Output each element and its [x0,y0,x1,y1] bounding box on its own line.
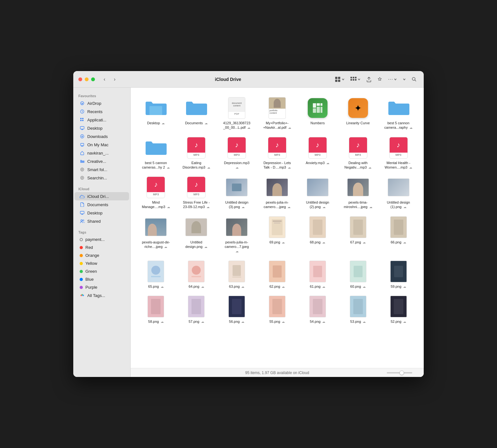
list-item[interactable]: 54.png ☁ [299,293,336,326]
sidebar-item-tag-blue[interactable]: Blue [75,275,129,283]
file-icon [144,295,167,318]
status-bar: 95 items, 1.97 GB available on iCloud [131,368,424,377]
list-item[interactable]: ♪ MP3 Mind Manage....mp3 ☁ [137,173,175,212]
list-item[interactable]: 68.png ☁ [299,213,336,256]
sidebar-item-tag-red[interactable]: Red [75,243,129,251]
list-item[interactable]: best 5 cannon cameras...hy 2 ☁ [137,134,175,172]
sidebar-item-downloads[interactable]: Downloads [75,132,129,141]
back-button[interactable]: ‹ [100,75,109,84]
list-item[interactable]: Untitled design (2).png ☁ [299,173,336,212]
file-icon: document content PDF [225,97,248,119]
list-item[interactable]: Numbers [299,94,336,133]
svg-point-22 [82,169,83,170]
list-item[interactable]: ♪ MP3 Dealing with Negativ....mp3 ☁ [339,134,377,172]
list-item[interactable]: best 5 cannon camera...raphy ☁ [379,94,417,133]
sidebar-item-shared[interactable]: Shared [75,217,129,225]
list-item[interactable]: pexels-august-de-riche....jpeg ☁ [137,213,175,256]
list-item[interactable]: Desktop ☁ [137,94,175,133]
list-item[interactable]: portfolio content My+Portfolio+-+Navkir.… [258,94,296,133]
list-item[interactable]: ♪ MP3 Mental Health - Women....mp3 ☁ [379,134,417,172]
list-item[interactable]: 61.png ☁ [299,257,336,291]
list-item[interactable]: pexels-tima-miroshni....jpeg ☁ [339,173,377,212]
sidebar-item-tag-all[interactable]: All Tags... [75,291,129,300]
file-icon [225,295,248,318]
tag-purple-dot [80,286,83,289]
sidebar-item-onmymac[interactable]: On My Mac [75,141,129,149]
file-name: 55.png ☁ [270,319,285,324]
all-tags-label: All Tags... [87,293,105,298]
share-button[interactable] [364,75,373,83]
list-item[interactable]: 64.png ☁ [177,257,215,291]
list-item[interactable]: ♪ MP3 Depression - Lets Talk - D....mp3 … [258,134,296,172]
list-item[interactable]: pexels-julia-m-camero....jpeg ☁ [258,173,296,212]
list-item[interactable]: 52.png ☁ [379,293,417,326]
close-button[interactable] [78,77,82,81]
svg-rect-2 [335,80,337,82]
list-item[interactable]: 66.png ☁ [379,213,417,256]
list-item[interactable]: ✦ Linearity Curve [339,94,377,133]
sidebar-item-applications[interactable]: Applicati... [75,116,129,124]
list-item[interactable]: 55.png ☁ [258,293,296,326]
sort-button[interactable] [401,76,408,82]
toolbar-right: ··· [333,75,419,83]
file-icon: ♪ MP3 [347,136,370,159]
list-item[interactable]: ♪ MP3 Anxiety.mp3 ☁ [299,134,336,172]
sidebar-item-airdrop[interactable]: AirDrop [75,99,129,107]
sidebar-item-desktop[interactable]: Desktop [75,124,129,132]
list-item[interactable]: 65.png ☁ [137,257,175,291]
list-item[interactable]: 59.png ☁ [379,257,417,291]
group-button[interactable] [349,76,363,83]
sidebar-item-tag-green[interactable]: Green [75,267,129,275]
zoom-thumb[interactable] [400,371,404,375]
list-item[interactable]: 69.png ☁ [258,213,296,256]
list-item[interactable]: Untitled design (1).png ☁ [379,173,417,212]
sidebar-item-icloud-docs[interactable]: Documents [75,200,129,209]
list-item[interactable]: 58.png ☁ [137,293,175,326]
file-grid-scroll[interactable]: Desktop ☁ Documents ☁ [131,88,424,368]
sidebar-item-icloud-desktop[interactable]: Desktop [75,209,129,217]
desktop-icloud-icon [80,210,85,215]
list-item[interactable]: 53.png ☁ [339,293,377,326]
file-icon: ♪ MP3 [185,176,208,199]
list-item[interactable]: ♪ MP3 Stress Free Life - 23-09-12.mp3 ☁ [177,173,215,212]
sidebar-item-smartfol[interactable]: Smart fol... [75,165,129,174]
list-item[interactable]: 60.png ☁ [339,257,377,291]
fullscreen-button[interactable] [91,77,95,81]
sidebar-item-searching[interactable]: Searchin... [75,174,129,182]
list-item[interactable]: 67.png ☁ [339,213,377,256]
folder-icon-sb [80,159,85,164]
file-icon [144,260,167,283]
list-item[interactable]: 57.png ☁ [177,293,215,326]
tag-button[interactable] [375,76,384,83]
list-item[interactable]: Untitled design (3).png ☁ [218,173,256,212]
sidebar-item-creative[interactable]: Creative... [75,157,129,165]
file-name: Documents ☁ [185,121,208,125]
list-item[interactable]: 62.png ☁ [258,257,296,291]
list-item[interactable]: 63.png ☁ [218,257,256,291]
sidebar-item-tag-orange[interactable]: Orange [75,251,129,259]
sidebar-item-navkiran[interactable]: navkiran_... [75,149,129,157]
forward-button[interactable]: › [110,75,119,84]
view-icon-button[interactable] [333,76,347,83]
list-item[interactable]: ♪ MP3 Eating Disorders.mp3 ☁ [177,134,215,172]
zoom-slider[interactable] [387,372,412,373]
list-item[interactable]: Untitled design.png ☁ [177,213,215,256]
list-item[interactable]: pexels-julia-m-camero...7.jpeg ☁ [218,213,256,256]
sidebar-item-tag-payment[interactable]: payment... [75,235,129,243]
minimize-button[interactable] [85,77,89,81]
sidebar-item-tag-purple[interactable]: Purple [75,283,129,291]
list-item[interactable]: ♪ MP3 Depression.mp3 ☁ [218,134,256,172]
tag-yellow-label: Yellow [85,261,97,266]
file-name: 68.png ☁ [310,240,326,244]
more-button[interactable]: ··· [386,75,399,83]
mac-icon [80,142,85,147]
file-icon [225,260,248,283]
list-item[interactable]: document content PDF 4129_361308723_00_0… [218,94,256,133]
sidebar-item-icloud-drive[interactable]: iCloud Dri... [75,192,129,200]
list-item[interactable]: 56.png ☁ [218,293,256,326]
search-button[interactable] [410,76,419,83]
sidebar-item-tag-yellow[interactable]: Yellow [75,259,129,267]
svg-rect-16 [80,120,82,121]
list-item[interactable]: Documents ☁ [177,94,215,133]
sidebar-item-recents[interactable]: Recents [75,107,129,116]
